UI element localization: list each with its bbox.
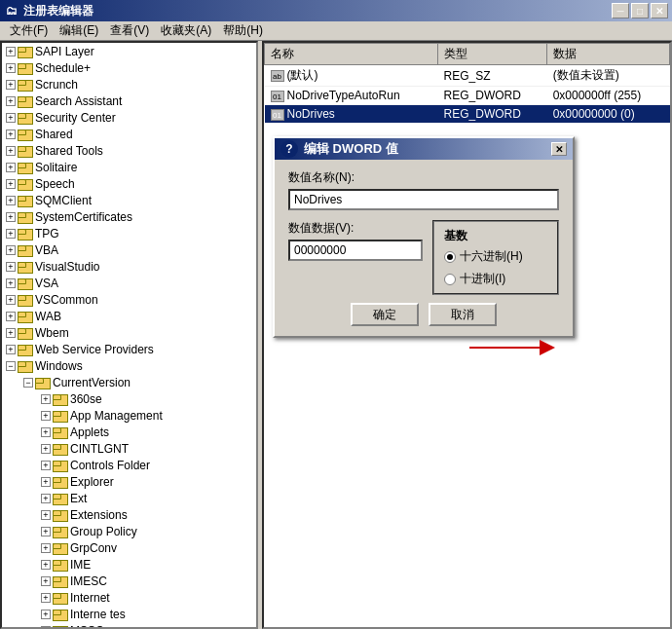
radio-dec-label[interactable]: 十进制(I) xyxy=(444,271,547,287)
dialog-title-buttons: ✕ xyxy=(551,142,567,156)
dialog-title-bar: ? 编辑 DWORD 值 ✕ xyxy=(275,138,573,160)
radio-hex-label[interactable]: 十六进制(H) xyxy=(444,248,547,265)
base-label: 基数 xyxy=(444,228,547,244)
base-arrow xyxy=(469,328,586,367)
radio-group: 十六进制(H) 十进制(I) xyxy=(444,248,547,287)
name-input[interactable] xyxy=(288,189,559,210)
data-label: 数值数据(V): xyxy=(288,220,423,237)
dialog-close-button[interactable]: ✕ xyxy=(551,142,567,156)
ok-button[interactable]: 确定 xyxy=(351,303,419,326)
radio-dec-circle[interactable] xyxy=(444,274,456,285)
dialog-buttons: 确定 取消 xyxy=(288,303,559,326)
data-input[interactable] xyxy=(288,240,423,261)
radio-dec-text: 十进制(I) xyxy=(460,271,505,287)
dialog-body: 数值名称(N): 数值数据(V): 基数 十六进制(H) xyxy=(275,160,573,336)
question-icon: ? xyxy=(280,140,298,158)
edit-dword-dialog: ? 编辑 DWORD 值 ✕ 数值名称(N): 数值数据(V): 基数 xyxy=(273,136,575,338)
dialog-title-text: 编辑 DWORD 值 xyxy=(304,140,551,158)
radio-hex-circle[interactable] xyxy=(444,251,456,263)
cancel-button[interactable]: 取消 xyxy=(429,303,497,326)
data-left: 数值数据(V): xyxy=(288,220,423,295)
dialog-overlay: ? 编辑 DWORD 值 ✕ 数值名称(N): 数值数据(V): 基数 xyxy=(0,0,672,629)
name-label: 数值名称(N): xyxy=(288,169,559,186)
radio-hex-text: 十六进制(H) xyxy=(460,248,523,265)
base-group: 基数 十六进制(H) 十进制(I) xyxy=(432,220,559,295)
data-row: 数值数据(V): 基数 十六进制(H) 十进制(I) xyxy=(288,220,559,295)
